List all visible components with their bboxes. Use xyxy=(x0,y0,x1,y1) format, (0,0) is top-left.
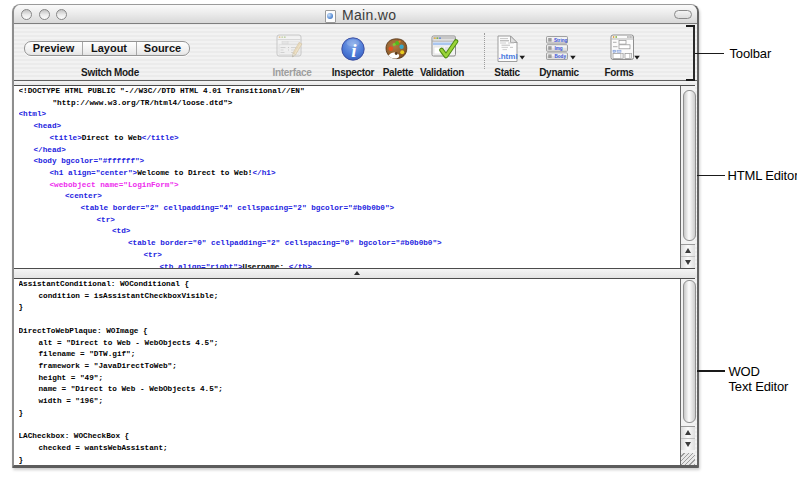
svg-text:.html: .html xyxy=(499,52,518,61)
svg-text:Body: Body xyxy=(555,54,567,59)
svg-text:Img: Img xyxy=(555,46,563,51)
svg-text:i: i xyxy=(351,40,357,61)
svg-text:String: String xyxy=(554,38,567,43)
